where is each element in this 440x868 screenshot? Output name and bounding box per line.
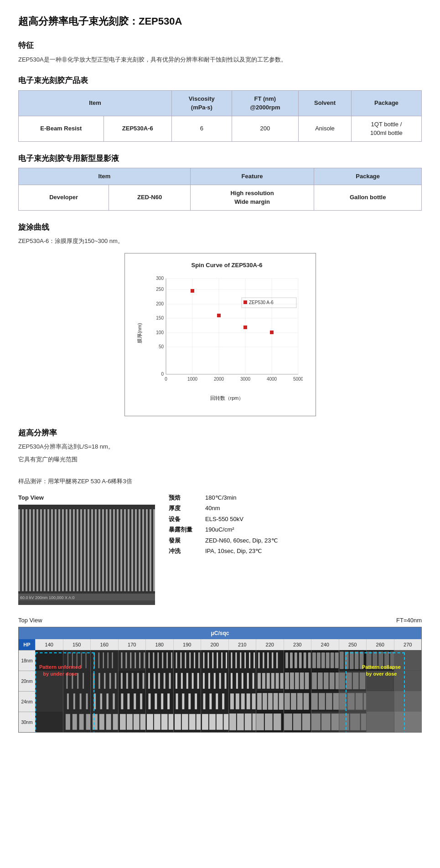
- table-row: E-Beam Resist ZEP530A-6 6 200 Anisole 1Q…: [19, 116, 422, 141]
- spec-row-equipment: 设备 ELS-550 50kV: [169, 515, 278, 524]
- svg-rect-281: [65, 714, 70, 730]
- table-row: Developer ZED-N60 High resolutionWide ma…: [19, 185, 422, 210]
- svg-rect-298: [161, 714, 168, 730]
- svg-rect-42: [40, 509, 42, 591]
- exp-cell: [63, 671, 91, 691]
- top-view-image-group: Top View: [18, 493, 155, 605]
- svg-text:1000: 1000: [187, 377, 197, 382]
- svg-rect-287: [99, 714, 104, 730]
- svg-rect-54: [84, 509, 86, 591]
- svg-rect-153: [378, 651, 383, 669]
- svg-rect-269: [303, 693, 309, 710]
- svg-rect-71: [146, 509, 148, 591]
- exp-cell: [118, 712, 146, 732]
- product-col-ft: FT (nm)@2000rpm: [232, 90, 299, 116]
- svg-rect-53: [80, 509, 82, 591]
- exp-cell: [145, 650, 173, 671]
- svg-rect-124: [256, 650, 284, 671]
- spec-value-equipment: ELS-550 50kV: [205, 515, 243, 524]
- svg-rect-220: [352, 672, 358, 689]
- exp-cell: [339, 650, 367, 671]
- spec-label-develop: 發展: [169, 536, 205, 545]
- svg-rect-214: [324, 672, 329, 689]
- svg-rect-51: [73, 509, 75, 591]
- exp-cell: [201, 671, 228, 691]
- svg-rect-306: [202, 714, 208, 730]
- spin-curve-heading: 旋涂曲线: [18, 222, 422, 233]
- resolution-heading: 超高分辨率: [18, 427, 422, 439]
- svg-rect-318: [274, 713, 281, 730]
- svg-rect-110: [201, 650, 228, 671]
- svg-text:3000: 3000: [240, 377, 250, 382]
- exp-cell: [173, 712, 201, 732]
- svg-rect-30: [243, 326, 247, 329]
- svg-rect-256: [241, 693, 244, 709]
- row-content-30nm: [35, 712, 421, 732]
- svg-rect-286: [93, 714, 98, 730]
- exp-cell: [35, 671, 63, 691]
- svg-rect-264: [279, 693, 284, 710]
- exp-cell: [173, 671, 201, 691]
- svg-rect-326: [331, 713, 339, 730]
- product-table-heading: 电子束光刻胶产品表: [18, 75, 422, 87]
- exp-cell: [35, 712, 63, 732]
- top-view-label: Top View: [18, 493, 155, 502]
- svg-rect-199: [258, 673, 261, 689]
- svg-rect-133: [294, 652, 297, 668]
- exp-cell: [394, 691, 422, 712]
- resolution-desc2: 它具有宽广的曝光范围: [18, 455, 422, 464]
- exp-cell: [256, 691, 284, 712]
- row-content-24nm: [35, 691, 421, 712]
- exp-cell: [63, 650, 91, 671]
- svg-rect-31: [270, 331, 274, 334]
- exp-cell: [228, 712, 256, 732]
- features-heading: 特征: [18, 40, 422, 52]
- svg-rect-41: [36, 509, 38, 591]
- svg-rect-155: [390, 651, 394, 669]
- product-cell-viscosity: 6: [171, 116, 232, 141]
- svg-rect-202: [271, 673, 274, 689]
- exp-cell: [201, 691, 228, 712]
- svg-rect-52: [77, 509, 78, 591]
- svg-rect-36: [18, 509, 20, 591]
- product-cell-solvent: Anisole: [299, 116, 352, 141]
- exp-cell: [145, 671, 173, 691]
- svg-rect-201: [267, 673, 270, 689]
- row-label-24nm: 24nm: [19, 691, 35, 712]
- svg-rect-273: [326, 693, 332, 710]
- exposure-col-headers: HP 140 150 160 170 180 190 200 210 220 2…: [19, 639, 421, 651]
- svg-rect-96: [146, 650, 173, 671]
- svg-rect-266: [284, 693, 290, 710]
- row-content-18nm: [35, 650, 421, 671]
- dev-col-package: Package: [314, 168, 422, 185]
- svg-rect-64: [120, 509, 122, 591]
- svg-rect-50: [69, 509, 71, 591]
- x-axis-label: 回转数（rpm）: [148, 394, 306, 402]
- svg-rect-291: [119, 714, 125, 730]
- svg-rect-76: [36, 650, 63, 671]
- exp-cell: [394, 650, 422, 671]
- svg-rect-267: [290, 693, 296, 710]
- exp-cell: [90, 691, 118, 712]
- svg-rect-67: [131, 509, 133, 591]
- svg-rect-134: [299, 652, 301, 668]
- svg-rect-139: [317, 652, 321, 668]
- exp-col-190: 190: [173, 639, 201, 651]
- svg-rect-156: [394, 650, 422, 671]
- exp-col-160: 160: [90, 639, 118, 651]
- svg-rect-209: [300, 672, 304, 689]
- exposure-row-24nm: 24nm: [19, 691, 421, 712]
- svg-rect-142: [331, 652, 334, 668]
- exposure-rows: 18nm: [19, 650, 421, 732]
- svg-rect-324: [311, 713, 321, 730]
- developer-table: Item Feature Package Developer ZED-N60 H…: [18, 168, 422, 211]
- exp-cell: [145, 691, 173, 712]
- microscope-image: 60.0 kV 200nm 100,000 X A:0: [18, 505, 155, 605]
- svg-rect-301: [174, 714, 181, 730]
- top-view-section: Top View: [18, 493, 422, 605]
- exp-cell: [339, 712, 367, 732]
- exposure-row-18nm: 18nm: [19, 650, 421, 671]
- svg-rect-145: [339, 651, 343, 669]
- svg-rect-65: [124, 509, 126, 591]
- spec-label-prebake: 预焙: [169, 493, 205, 502]
